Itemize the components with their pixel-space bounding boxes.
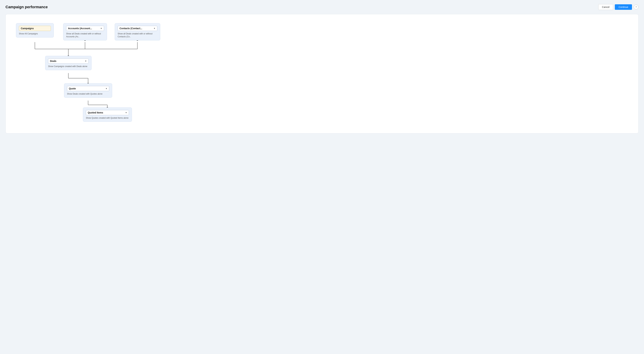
campaigns-select[interactable]: Campaigns [19, 26, 51, 31]
accounts-select[interactable]: Accounts (Account... ▼ [66, 26, 104, 31]
quoted-items-select-label: Quoted Items [88, 111, 103, 114]
flow-canvas: Campaigns Show All Campaigns Accounts (A… [6, 14, 638, 133]
quote-select[interactable]: Quote ▼ [67, 86, 109, 91]
node-deals: Deals ▼ Show Campaigns created with Deal… [45, 56, 92, 70]
contacts-chevron-icon: ▼ [154, 27, 156, 29]
quote-chevron-icon: ▼ [106, 88, 107, 90]
accounts-description: Show all Deals created with or without A… [66, 32, 104, 38]
contacts-description: Show all Deals created with or without C… [118, 32, 157, 38]
deals-select-label: Deals [50, 60, 56, 62]
node-accounts: Accounts (Account... ▼ Show all Deals cr… [63, 23, 107, 40]
campaigns-select-label: Campaigns [21, 27, 34, 30]
deals-description: Show Campaigns created with Deals alone [48, 65, 88, 68]
node-contacts: Contacts (Contact... ▼ Show all Deals cr… [115, 23, 160, 40]
continue-button[interactable]: Continue [615, 4, 632, 10]
accounts-chevron-icon: ▼ [100, 27, 102, 29]
deals-chevron-icon: ▼ [85, 60, 87, 62]
quote-select-label: Quote [69, 87, 76, 90]
help-button[interactable]: ? [634, 5, 638, 10]
quoted-items-description: Show Quotes created with Quoted Items al… [86, 117, 129, 119]
node-quote: Quote ▼ Show Deals created with Quotes a… [64, 83, 112, 98]
deals-select[interactable]: Deals ▼ [48, 58, 88, 64]
quoted-items-select[interactable]: Quoted Items ▼ [86, 110, 129, 115]
flow-container: Campaigns Show All Campaigns Accounts (A… [12, 20, 632, 126]
quoted-items-chevron-icon: ▼ [125, 112, 127, 114]
contacts-select-label: Contacts (Contact... [120, 27, 142, 30]
cancel-button[interactable]: Cancel [598, 4, 613, 10]
contacts-select[interactable]: Contacts (Contact... ▼ [118, 26, 157, 31]
page-header: Campaign performance Cancel Continue ? [6, 4, 638, 10]
accounts-select-label: Accounts (Account... [68, 27, 92, 30]
campaigns-description: Show All Campaigns [19, 32, 51, 35]
node-campaigns: Campaigns Show All Campaigns [16, 23, 54, 38]
node-quoted-items: Quoted Items ▼ Show Quotes created with … [83, 107, 132, 122]
quote-description: Show Deals created with Quotes alone [67, 92, 109, 95]
page-title: Campaign performance [6, 5, 48, 9]
header-actions: Cancel Continue ? [598, 4, 638, 10]
